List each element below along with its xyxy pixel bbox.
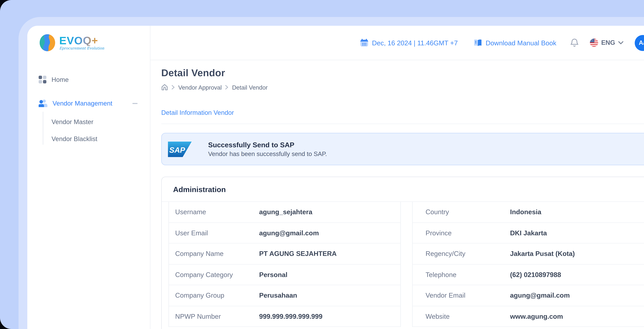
field-value: DKI Jakarta	[510, 229, 547, 237]
table-row: Company GroupPerusahaan	[169, 285, 400, 306]
field-value: www.agung.com	[510, 313, 563, 320]
app-card: EVOQ+ Eprocurement Evolution Home	[27, 26, 644, 329]
table-row: Regency/CityJakarta Pusat (Kota)	[413, 244, 644, 264]
top-header-bar: Dec, 16 2024 | 11.46GMT +7 Download Manu…	[150, 26, 644, 60]
brand-tagline: Eprocurement Evolution	[59, 46, 104, 50]
field-value: Jakarta Pusat (Kota)	[510, 250, 575, 258]
language-selector[interactable]: ENG	[590, 39, 624, 47]
sidebar-item-home[interactable]: Home	[39, 76, 69, 83]
table-row: Usernameagung_sejahtera	[169, 202, 400, 223]
manual-book-icon	[473, 39, 482, 47]
page-title: Detail Vendor	[161, 67, 644, 79]
submenu-indent-line	[43, 112, 43, 145]
table-row: Telephone(62) 0210897988	[413, 264, 644, 285]
tab-detail-information-vendor[interactable]: Detail Information Vendor	[161, 109, 234, 116]
sidebar-item-label: Home	[52, 76, 69, 83]
administration-card: Administration Usernameagung_sejahtera U…	[161, 177, 644, 329]
field-value: 999.999.999.999.999	[259, 313, 322, 320]
chevron-right-icon	[226, 85, 228, 90]
table-row: Websitewww.agung.com	[413, 306, 644, 327]
field-value: Personal	[259, 271, 288, 279]
sap-success-alert: SAP Successfully Send to SAP Vendor has …	[161, 133, 644, 165]
users-icon	[39, 99, 48, 107]
user-avatar[interactable]: Aa	[635, 35, 644, 51]
field-label: Country	[426, 208, 510, 216]
calendar-icon	[360, 39, 368, 47]
sidebar-item-vendor-management[interactable]: Vendor Management	[39, 99, 112, 107]
field-label: User Email	[175, 229, 259, 237]
field-value: agung@gmail.com	[259, 229, 319, 237]
field-value: PT AGUNG SEJAHTERA	[259, 250, 337, 258]
alert-description: Vendor has been successfully send to SAP…	[208, 150, 327, 157]
field-value: agung_sejahtera	[259, 208, 312, 216]
sidebar-item-label: Vendor Blacklist	[52, 135, 97, 143]
table-row: Company NamePT AGUNG SEJAHTERA	[169, 244, 400, 264]
sap-logo: SAP	[168, 141, 192, 157]
administration-table-right: CountryIndonesia ProvinceDKI Jakarta Reg…	[412, 202, 644, 327]
field-value: (62) 0210897988	[510, 271, 561, 279]
datetime-text: Dec, 16 2024 | 11.46GMT +7	[372, 39, 458, 47]
download-manual-link[interactable]: Download Manual Book	[473, 39, 556, 47]
table-row: ProvinceDKI Jakarta	[413, 223, 644, 244]
alert-title: Successfully Send to SAP	[208, 141, 327, 149]
field-value: agung@gmail.com	[510, 292, 570, 299]
field-label: Company Name	[175, 250, 259, 258]
field-label: Username	[175, 208, 259, 216]
field-label: Regency/City	[426, 250, 510, 258]
administration-title: Administration	[162, 177, 644, 194]
sidebar-item-vendor-blacklist[interactable]: Vendor Blacklist	[52, 135, 97, 143]
field-label: Company Group	[175, 292, 259, 299]
page-content: Detail Vendor Vendor Approval Detail Ven…	[161, 61, 644, 329]
notifications-button[interactable]	[570, 38, 578, 47]
table-row: NPWP Number999.999.999.999.999	[169, 306, 400, 327]
bell-icon	[570, 38, 578, 47]
breadcrumb-detail-vendor: Detail Vendor	[232, 84, 268, 90]
table-row: CountryIndonesia	[413, 202, 644, 223]
breadcrumb-home-icon[interactable]	[161, 84, 168, 91]
sidebar-item-label: Vendor Management	[52, 100, 112, 107]
administration-table-left: Usernameagung_sejahtera User Emailagung@…	[168, 202, 401, 327]
field-label: NPWP Number	[175, 313, 259, 320]
app-viewport: EVOQ+ Eprocurement Evolution Home	[0, 0, 644, 329]
breadcrumb-vendor-approval[interactable]: Vendor Approval	[178, 84, 222, 90]
field-value: Perusahaan	[259, 292, 297, 299]
sidebar-item-vendor-master[interactable]: Vendor Master	[52, 118, 94, 126]
sidebar: EVOQ+ Eprocurement Evolution Home	[27, 26, 150, 329]
field-label: Website	[426, 313, 510, 320]
brand-logo: EVOQ+ Eprocurement Evolution	[40, 34, 104, 51]
table-row: Company CategoryPersonal	[169, 264, 400, 285]
collapse-dash-icon[interactable]	[132, 103, 138, 104]
field-value: Indonesia	[510, 208, 541, 216]
datetime-display: Dec, 16 2024 | 11.46GMT +7	[360, 39, 458, 47]
main-area: Dec, 16 2024 | 11.46GMT +7 Download Manu…	[150, 26, 644, 329]
field-label: Company Category	[175, 271, 259, 279]
download-manual-label: Download Manual Book	[486, 39, 556, 47]
tab-bar: Detail Information Vendor	[161, 108, 644, 117]
home-grid-icon	[39, 76, 46, 83]
language-label: ENG	[601, 39, 615, 46]
field-label: Province	[426, 229, 510, 237]
brand-logo-mark	[40, 34, 55, 51]
chevron-right-icon	[172, 85, 175, 90]
field-label: Telephone	[426, 271, 510, 279]
table-row: User Emailagung@gmail.com	[169, 223, 400, 244]
svg-text:SAP: SAP	[169, 145, 185, 154]
us-flag-icon	[590, 39, 598, 47]
field-label: Vendor Email	[426, 292, 510, 299]
brand-name: EVOQ+	[59, 35, 104, 45]
table-row: Vendor Emailagung@gmail.com	[413, 285, 644, 306]
tab-divider	[161, 124, 644, 124]
breadcrumb: Vendor Approval Detail Vendor	[161, 84, 644, 91]
chevron-down-icon	[618, 41, 624, 44]
sidebar-item-label: Vendor Master	[52, 118, 94, 126]
